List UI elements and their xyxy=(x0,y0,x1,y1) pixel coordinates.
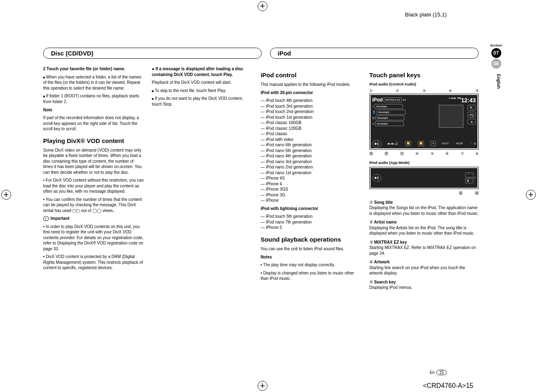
callout: ② xyxy=(396,88,399,93)
callouts-app: ⑮⑭ xyxy=(369,191,479,196)
divx-heading: Playing DivX® VOD content xyxy=(43,137,145,145)
touch-item: ② Artist nameDisplaying the Artists list… xyxy=(369,219,479,236)
note-label: Note xyxy=(43,107,145,113)
touch-item-desc: Starting link search on your iPod when y… xyxy=(369,265,479,276)
crop-mark-top xyxy=(258,1,267,11)
important-1: In order to play DivX VOD contents on th… xyxy=(43,224,145,252)
callout: ⑤ xyxy=(475,88,479,93)
callout: ③ xyxy=(422,88,426,93)
callout: ⑦ xyxy=(461,151,464,156)
ipod-lightning-list: iPod touch 5th generationiPod nano 7th g… xyxy=(260,214,362,231)
section-tab: Section 07 08 xyxy=(490,44,502,69)
list-item: iPod nano 4th generation xyxy=(260,153,362,159)
language-tab: English xyxy=(496,74,501,89)
callout: ① xyxy=(369,88,373,93)
col2-p1: Playback of the DivX VOD content will st… xyxy=(152,80,254,85)
col2-b2: If you do not want to play the DivX VOD … xyxy=(152,96,254,107)
callout: ② xyxy=(369,220,373,224)
section-label: Section xyxy=(490,44,502,47)
sound-playback-intro: You can use the unit to listen iPod soun… xyxy=(260,246,362,252)
list-item: iPod nano 5th generation xyxy=(260,148,362,154)
important-label: Important xyxy=(51,216,69,221)
callout: ⑪ xyxy=(400,151,404,156)
note-text: If part of the recorded information does… xyxy=(43,115,145,132)
ipod-30pin-list: iPod touch 4th generationiPod touch 3rd … xyxy=(260,98,362,203)
callout: ④ xyxy=(369,260,373,264)
ipod-30pin-heading: iPod with 30-pin connector xyxy=(260,90,362,96)
notes-2: Display is changed when you listen to mu… xyxy=(260,270,362,281)
step2-title: 2 Touch your favorite file (or folder) n… xyxy=(43,66,145,72)
list-item: iPod with video xyxy=(260,137,362,143)
callout: ③ xyxy=(369,240,373,244)
section-num-08: 08 xyxy=(491,59,501,69)
touch-panel-heading: Touch panel keys xyxy=(369,71,479,79)
list-item: iPod nano 7th generation xyxy=(260,219,362,225)
touch-item-desc: Displaying the Songs list on the iPod. T… xyxy=(369,205,479,216)
screen-control-audio: 1 JAN PM12:43 iPodMIXTRAX EZ1/2 ♪Abcdefg… xyxy=(371,95,477,148)
callout: ⑤ xyxy=(369,280,373,284)
ipod-control-intro: This manual applies to the following iPo… xyxy=(260,82,362,88)
touch-item-desc: Displaying iPod menus. xyxy=(369,285,479,291)
callouts-top: ①②③④⑤ xyxy=(369,88,479,93)
callout: ⑩ xyxy=(415,151,419,156)
column-3: iPod control This manual applies to the … xyxy=(260,66,362,294)
divx-bullet-2: You can confirm the number of times that… xyxy=(43,197,145,214)
callout: ⑧ xyxy=(445,151,449,156)
column-4: Touch panel keys iPod audio (Control Aud… xyxy=(369,66,479,294)
touch-item-title: Artwork xyxy=(374,260,389,264)
crop-mark-right xyxy=(526,190,536,200)
touch-item-title: Song title xyxy=(374,200,393,205)
touch-item-title: Artist name xyxy=(374,220,396,224)
doc-code-visible: <CRD4760-A>15 xyxy=(423,382,473,390)
touch-item-desc: Displaying the Artists list on the iPod.… xyxy=(369,225,479,236)
list-item: iPod classic 160GB xyxy=(260,120,362,126)
header-disc: Disc (CD/DVD) xyxy=(43,48,262,59)
black-plate-label: Black plate (15,1) xyxy=(405,12,447,18)
callout: ④ xyxy=(449,88,452,93)
important-2: DivX VOD content is protected by a DRM (… xyxy=(43,254,145,271)
crop-mark-bottom xyxy=(258,381,267,391)
touch-item: ⑤ Search keyDisplaying iPod menus. xyxy=(369,279,479,291)
app-mode-diagram: ▶‖ 📱 🎛 ↗ xyxy=(369,167,479,189)
list-item: iPod touch 5th generation xyxy=(260,214,362,219)
divx-intro: Some DivX video on demand (VOD) content … xyxy=(43,148,145,175)
col2-lead: ● If a message is displayed after loadin… xyxy=(152,66,254,77)
callout: ⑮ xyxy=(459,191,463,196)
col2-b1: To skip to the next file, touch Next Pla… xyxy=(152,88,254,94)
step2-note-1: When you have selected a folder, a list … xyxy=(43,74,145,91)
list-item: iPod classic xyxy=(260,131,362,137)
crop-mark-left xyxy=(1,190,11,200)
touch-item: ③ MIXTRAX EZ keyStarting MIXTRAX EZ. Ref… xyxy=(369,240,479,256)
touch-item-desc: Starting MIXTRAX EZ. Refer to MIXTRAX EZ… xyxy=(369,245,479,256)
notes-label: Notes xyxy=(260,254,362,260)
list-item: iPod nano 1st generation xyxy=(260,170,362,176)
control-audio-diagram: 1 JAN PM12:43 iPodMIXTRAX EZ1/2 ♪Abcdefg… xyxy=(369,94,479,150)
callout: ⑭ xyxy=(475,191,479,196)
list-item: iPod nano 3rd generation xyxy=(260,159,362,165)
header-ipod: iPod xyxy=(270,48,479,59)
list-item: iPod nano 2nd generation xyxy=(260,164,362,170)
list-item: iPod touch 4th generation xyxy=(260,98,362,104)
list-item: iPod touch 2nd generation xyxy=(260,109,362,115)
list-item: iPod nano 6th generation xyxy=(260,142,362,148)
list-item: iPhone 5 xyxy=(260,225,362,231)
touch-item-title: Search key xyxy=(374,280,396,284)
footer-en: En15 xyxy=(430,370,447,375)
sound-playback-heading: Sound playback operations xyxy=(260,235,362,244)
ipod-control-heading: iPod control xyxy=(260,71,362,79)
callouts-bottom: ⑬⑫⑪⑩⑨⑧⑦⑥ xyxy=(369,151,479,156)
screen-app-mode: ▶‖ 📱 🎛 ↗ xyxy=(371,168,477,188)
list-item: iPod touch 3rd generation xyxy=(260,104,362,109)
list-item: iPhone xyxy=(260,198,362,203)
list-item: iPhone 3GS xyxy=(260,187,362,192)
step2-note-2: If folder 1 (ROOT) contains no files, pl… xyxy=(43,93,145,104)
column-2: ● If a message is displayed after loadin… xyxy=(152,66,254,294)
touch-items: ① Song titleDisplaying the Songs list on… xyxy=(369,200,479,291)
list-item: iPhone 4S xyxy=(260,175,362,181)
column-1: 2 Touch your favorite file (or folder) n… xyxy=(43,66,145,294)
list-item: iPod classic 120GB xyxy=(260,126,362,131)
callout: ⑨ xyxy=(431,151,434,156)
callout: ⑥ xyxy=(475,151,479,156)
touch-item-title: MIXTRAX EZ key xyxy=(374,240,407,244)
touch-item: ④ ArtworkStarting link search on your iP… xyxy=(369,259,479,276)
